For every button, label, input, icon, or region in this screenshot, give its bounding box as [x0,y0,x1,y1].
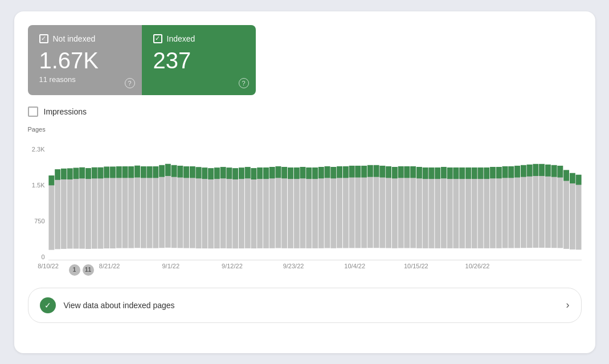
svg-rect-150 [508,166,514,248]
indexed-label: Indexed [167,34,195,43]
x-tick-104: 10/4/22 [344,263,365,269]
svg-rect-136 [465,167,471,248]
svg-rect-50 [202,167,207,248]
svg-rect-25 [122,166,128,178]
svg-rect-87 [312,167,318,179]
svg-rect-137 [465,167,471,179]
svg-rect-27 [128,166,134,178]
indexed-help-icon[interactable]: ? [239,78,249,88]
svg-rect-17 [97,167,103,178]
x-tick-91: 9/1/22 [162,263,179,269]
svg-rect-6 [67,168,72,248]
svg-rect-82 [300,167,305,248]
svg-rect-148 [502,166,508,248]
svg-rect-145 [490,167,496,178]
svg-rect-52 [208,168,214,248]
x-tick-1015: 10/15/22 [404,263,428,269]
not-indexed-sub: 11 reasons [39,75,130,84]
y-tick-750: 750 [28,218,48,224]
svg-rect-33 [146,166,152,178]
svg-rect-110 [386,166,391,248]
chart-area: Pages 0 750 1.5K 2.3K 1 11 8/10/22 8/21/… [28,126,582,279]
svg-rect-103 [361,165,367,177]
svg-rect-130 [447,167,452,248]
svg-rect-62 [238,167,244,248]
svg-rect-8 [73,167,79,248]
indexed-box: Indexed 237 ? [142,25,256,95]
not-indexed-checkbox-icon [39,34,48,43]
svg-rect-158 [533,163,538,247]
svg-rect-59 [226,167,232,179]
svg-rect-92 [330,167,336,248]
svg-rect-19 [104,166,109,178]
svg-rect-146 [496,167,501,248]
svg-rect-0 [48,175,54,250]
x-tick-923: 9/23/22 [283,263,304,269]
svg-rect-120 [416,167,422,248]
impressions-checkbox[interactable] [28,107,38,117]
not-indexed-label: Not indexed [53,34,96,43]
view-data-check-icon [40,297,56,313]
svg-rect-165 [551,165,557,177]
svg-rect-147 [496,167,501,178]
svg-rect-15 [91,167,97,178]
svg-rect-94 [337,166,342,248]
svg-rect-9 [73,167,79,179]
x-tick-912: 9/12/22 [222,263,243,269]
svg-rect-65 [244,167,250,178]
svg-rect-96 [342,166,348,248]
svg-rect-114 [398,166,403,248]
svg-rect-34 [153,166,158,248]
svg-rect-149 [502,166,508,177]
svg-rect-11 [79,167,85,178]
chart-y-label: Pages [28,126,582,133]
x-tick-1026: 10/26/22 [465,263,490,269]
view-data-link[interactable]: View data about indexed pages › [28,288,582,323]
not-indexed-header: Not indexed [39,34,130,43]
svg-rect-68 [257,167,263,248]
svg-rect-126 [435,167,440,248]
svg-rect-36 [159,165,165,247]
svg-rect-132 [453,167,459,248]
svg-rect-119 [410,166,416,177]
svg-rect-139 [471,167,477,179]
svg-rect-116 [404,166,410,248]
svg-rect-73 [269,167,275,178]
svg-rect-100 [355,165,361,247]
svg-rect-105 [367,165,373,177]
svg-rect-143 [484,167,489,179]
svg-rect-159 [533,163,538,175]
svg-rect-122 [422,167,428,248]
svg-rect-31 [140,166,146,178]
svg-rect-14 [91,167,97,248]
svg-rect-91 [324,166,330,177]
svg-rect-66 [251,168,256,248]
svg-rect-142 [484,167,489,248]
svg-rect-56 [220,167,226,248]
bars-area: 1 11 [48,146,582,260]
svg-rect-118 [410,166,416,248]
svg-rect-60 [232,168,238,248]
svg-rect-79 [288,167,293,179]
svg-rect-46 [189,166,195,248]
svg-rect-169 [563,170,569,181]
svg-rect-107 [373,165,379,177]
svg-rect-2 [55,169,60,249]
svg-rect-101 [355,165,361,177]
svg-rect-41 [171,165,177,177]
not-indexed-help-icon[interactable]: ? [125,78,135,88]
svg-rect-39 [165,163,170,175]
svg-rect-5 [60,168,66,179]
svg-rect-172 [575,174,581,250]
svg-rect-133 [453,167,459,179]
svg-rect-86 [312,167,318,248]
svg-rect-20 [110,166,116,248]
svg-rect-171 [569,173,575,183]
svg-rect-38 [165,163,170,247]
svg-rect-167 [557,165,563,177]
svg-rect-153 [514,165,520,177]
svg-rect-32 [146,166,152,248]
svg-rect-47 [189,166,195,178]
indexed-value: 237 [153,48,244,73]
svg-rect-76 [281,167,287,248]
